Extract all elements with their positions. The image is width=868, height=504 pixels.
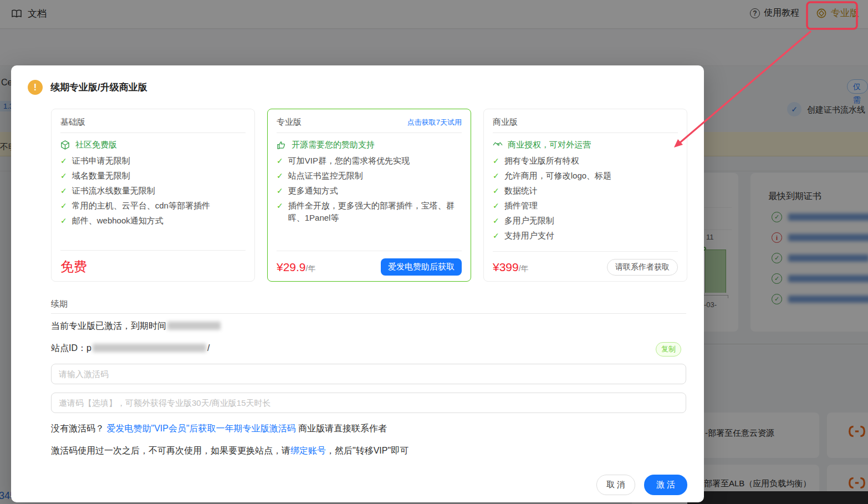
blurred-expiry-date <box>167 322 221 330</box>
check-icon: ✓ <box>493 200 499 212</box>
renew-section-title: 续期 <box>51 299 68 309</box>
copy-button[interactable]: 复制 <box>656 342 681 357</box>
plan-name: 商业版 <box>493 117 518 128</box>
plan-feature: 拥有专业版所有特权 <box>504 155 579 167</box>
plan-card-business: 商业版 商业授权，可对外运营 ✓拥有专业版所有特权 ✓允许商用，可修改logo、… <box>483 109 687 282</box>
sponsor-get-button[interactable]: 爱发电赞助后获取 <box>381 258 462 276</box>
check-icon: ✓ <box>493 230 499 242</box>
check-icon: ✓ <box>493 170 499 182</box>
plan-feature: 证书申请无限制 <box>72 155 130 167</box>
plan-feature: 允许商用，可修改logo、标题 <box>504 170 611 182</box>
check-icon: ✓ <box>60 185 67 197</box>
handshake-icon <box>493 139 503 151</box>
blurred-site-id <box>93 344 206 352</box>
plan-feature: 数据统计 <box>504 185 538 197</box>
activate-button[interactable]: 激 活 <box>644 475 687 495</box>
plan-feature: 插件全开放，更多强大的部署插件，宝塔、群晖、1Panel等 <box>288 200 462 224</box>
site-id-value: p <box>86 343 91 353</box>
plan-card-pro: 专业版 点击获取7天试用 开源需要您的赞助支持 ✓可加VIP群，您的需求将优先实… <box>267 109 471 282</box>
site-id-suffix: / <box>207 343 210 353</box>
note-text: 激活码使用过一次之后，不可再次使用，如果要更换站点，请 <box>51 446 290 455</box>
plan-feature: 常用的主机、云平台、cdn等部署插件 <box>72 200 210 212</box>
thumbs-up-icon <box>277 139 287 151</box>
check-icon: ✓ <box>60 215 67 227</box>
plan-feature: 更多通知方式 <box>288 185 338 197</box>
check-icon: ✓ <box>493 155 499 167</box>
upgrade-modal: ! 续期专业版/升级商业版 基础版 社区免费版 ✓证书申请无限制 ✓域名数量无限… <box>11 65 704 502</box>
plan-feature: 域名数量无限制 <box>72 170 130 182</box>
check-icon: ✓ <box>277 170 283 182</box>
help-text: 商业版请直接联系作者 <box>298 424 387 433</box>
trial-link[interactable]: 点击获取7天试用 <box>407 118 462 128</box>
help-text: 没有激活码？ <box>51 424 104 433</box>
activation-code-input[interactable] <box>51 364 686 384</box>
plan-highlight: 商业授权，可对外运营 <box>508 139 591 151</box>
bind-account-link[interactable]: 绑定账号 <box>290 446 326 455</box>
cancel-button[interactable]: 取 消 <box>596 475 635 495</box>
activation-status: 当前专业版已激活，到期时间 <box>51 320 222 332</box>
afdian-sponsor-link[interactable]: 爱发电赞助"VIP会员"后获取一年期专业版激活码 <box>106 424 295 433</box>
plan-price-unit: /年 <box>519 264 529 273</box>
check-icon: ✓ <box>60 155 67 167</box>
check-icon: ✓ <box>277 185 283 197</box>
plan-highlight: 社区免费版 <box>75 139 117 151</box>
plan-price-unit: /年 <box>306 264 316 273</box>
plan-feature: 多用户无限制 <box>504 215 554 227</box>
plan-name: 基础版 <box>60 117 85 128</box>
warning-icon: ! <box>28 80 43 95</box>
status-text: 当前专业版已激活，到期时间 <box>51 321 166 330</box>
modal-title: 续期专业版/升级商业版 <box>50 81 147 94</box>
plan-price: ¥29.9 <box>277 261 306 273</box>
check-icon: ✓ <box>60 170 67 182</box>
package-icon <box>60 139 70 151</box>
check-icon: ✓ <box>493 185 499 197</box>
site-id-line: 站点ID：p/ <box>51 343 210 354</box>
plan-feature: 支持用户支付 <box>504 230 554 242</box>
plan-feature: 站点证书监控无限制 <box>288 170 363 182</box>
check-icon: ✓ <box>277 200 283 224</box>
plan-name: 专业版 <box>277 117 302 128</box>
plan-highlight: 开源需要您的赞助支持 <box>292 139 375 151</box>
plan-feature: 可加VIP群，您的需求将优先实现 <box>288 155 410 167</box>
plan-card-basic: 基础版 社区免费版 ✓证书申请无限制 ✓域名数量无限制 ✓证书流水线数量无限制 … <box>51 109 255 282</box>
divider <box>51 313 686 314</box>
check-icon: ✓ <box>493 215 499 227</box>
plan-price: ¥399 <box>493 261 519 273</box>
plan-feature: 邮件、webhook通知方式 <box>72 215 164 227</box>
contact-author-button[interactable]: 请联系作者获取 <box>607 259 678 276</box>
check-icon: ✓ <box>277 155 283 167</box>
site-id-label: 站点ID： <box>51 343 86 353</box>
note-text: ，然后"转移VIP"即可 <box>326 446 409 455</box>
plan-feature: 插件管理 <box>504 200 538 212</box>
no-code-help-line: 没有激活码？ 爱发电赞助"VIP会员"后获取一年期专业版激活码 商业版请直接联系… <box>51 423 387 435</box>
plan-price: 免费 <box>60 258 87 276</box>
invite-code-input[interactable] <box>51 393 686 413</box>
activation-note-line: 激活码使用过一次之后，不可再次使用，如果要更换站点，请绑定账号，然后"转移VIP… <box>51 445 409 457</box>
plan-feature: 证书流水线数量无限制 <box>72 185 155 197</box>
check-icon: ✓ <box>60 200 67 212</box>
